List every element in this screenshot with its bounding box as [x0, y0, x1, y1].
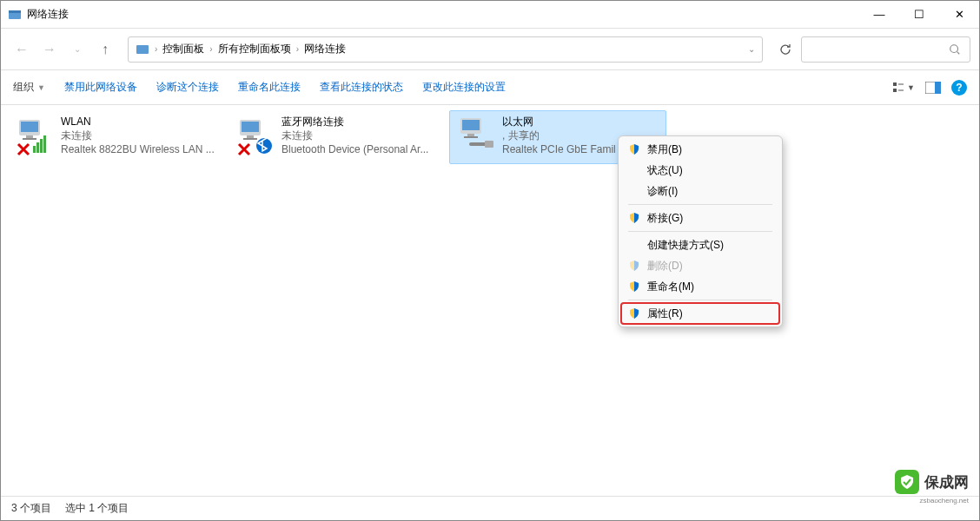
svg-rect-13	[26, 135, 33, 138]
svg-rect-28	[485, 141, 493, 148]
location-icon	[136, 43, 149, 56]
watermark-name: 保成网	[924, 472, 969, 492]
organize-menu[interactable]: 组织 ▼	[13, 80, 45, 95]
toolbar: 组织 ▼ 禁用此网络设备 诊断这个连接 重命名此连接 查看此连接的状态 更改此连…	[1, 70, 979, 105]
cm-status[interactable]: 状态(U)	[621, 160, 779, 181]
svg-rect-25	[462, 120, 480, 130]
connection-item-bluetooth[interactable]: 蓝牙网络连接 未连接 Bluetooth Device (Personal Ar…	[228, 110, 446, 164]
connection-name: 蓝牙网络连接	[281, 115, 428, 129]
help-button[interactable]: ?	[951, 80, 967, 96]
addressbar-dropdown-icon[interactable]: ⌄	[748, 44, 755, 54]
svg-rect-16	[36, 142, 39, 153]
cm-bridge[interactable]: 桥接(G)	[621, 208, 779, 228]
svg-rect-5	[893, 82, 897, 86]
svg-rect-12	[21, 122, 38, 132]
breadcrumb-item[interactable]: 控制面板	[162, 42, 204, 56]
cm-diagnose[interactable]: 诊断(I)	[621, 181, 779, 201]
window-controls: — ☐ ✕	[859, 1, 979, 29]
navbar: ← → ⌄ ↑ › 控制面板 › 所有控制面板项 › 网络连接 ⌄	[1, 29, 979, 70]
cm-separator	[628, 231, 772, 232]
titlebar: 网络连接 — ☐ ✕	[1, 1, 979, 29]
svg-rect-2	[136, 45, 149, 54]
item-count: 3 个项目	[11, 501, 51, 516]
refresh-button[interactable]	[773, 37, 798, 62]
recent-dropdown[interactable]: ⌄	[65, 37, 89, 62]
statusbar: 3 个项目 选中 1 个项目	[1, 496, 979, 520]
diagnose-button[interactable]: 诊断这个连接	[156, 80, 219, 95]
svg-point-3	[950, 44, 958, 52]
connection-device: Bluetooth Device (Personal Ar...	[281, 142, 428, 156]
up-button[interactable]: ↑	[93, 37, 117, 62]
close-button[interactable]: ✕	[939, 1, 979, 29]
svg-rect-27	[464, 136, 478, 138]
connection-name: WLAN	[61, 115, 215, 129]
window-title: 网络连接	[27, 7, 859, 22]
svg-rect-22	[243, 138, 257, 140]
search-icon	[949, 43, 961, 56]
svg-rect-6	[893, 89, 897, 92]
svg-rect-26	[467, 134, 474, 136]
cm-properties[interactable]: 属性(R)	[621, 303, 779, 324]
content-area: WLAN 未连接 Realtek 8822BU Wireless LAN ...…	[1, 105, 979, 496]
cm-separator	[628, 204, 772, 205]
shield-icon	[628, 143, 640, 155]
svg-line-4	[957, 51, 960, 54]
connection-item-wlan[interactable]: WLAN 未连接 Realtek 8822BU Wireless LAN ...	[8, 110, 225, 164]
connection-device: Realtek 8822BU Wireless LAN ...	[61, 142, 215, 156]
breadcrumb-item[interactable]: 网络连接	[304, 42, 346, 56]
connection-device: Realtek PCIe GbE Famil	[502, 142, 616, 156]
preview-pane-button[interactable]	[925, 82, 941, 94]
cm-disable[interactable]: 禁用(B)	[621, 139, 779, 160]
svg-rect-21	[247, 135, 254, 138]
window-icon	[8, 8, 22, 22]
connection-status: 未连接	[61, 129, 215, 142]
cm-delete: 删除(D)	[621, 255, 779, 276]
rename-button[interactable]: 重命名此连接	[238, 80, 301, 95]
forward-button[interactable]: →	[37, 37, 62, 62]
cm-shortcut[interactable]: 创建快捷方式(S)	[621, 234, 779, 255]
view-options-button[interactable]: ▼	[891, 81, 915, 95]
svg-rect-10	[935, 82, 941, 94]
maximize-button[interactable]: ☐	[899, 1, 939, 29]
svg-rect-18	[43, 135, 46, 153]
connection-status: 未连接	[281, 129, 428, 142]
status-button[interactable]: 查看此连接的状态	[320, 80, 403, 95]
searchbox[interactable]	[801, 36, 970, 63]
svg-point-23	[256, 138, 272, 154]
shield-icon	[628, 307, 640, 320]
shield-icon	[628, 280, 640, 293]
ethernet-icon	[455, 115, 497, 156]
shield-icon	[628, 260, 640, 272]
change-settings-button[interactable]: 更改此连接的设置	[422, 80, 506, 95]
disable-device-button[interactable]: 禁用此网络设备	[64, 80, 137, 95]
selected-count: 选中 1 个项目	[65, 501, 129, 516]
addressbar[interactable]: › 控制面板 › 所有控制面板项 › 网络连接 ⌄	[128, 36, 763, 63]
cm-rename[interactable]: 重命名(M)	[621, 276, 779, 297]
cm-separator	[628, 300, 772, 300]
svg-rect-20	[242, 122, 259, 132]
svg-rect-17	[40, 139, 43, 153]
minimize-button[interactable]: —	[859, 1, 899, 29]
watermark-sub: zsbaocheng.net	[920, 497, 970, 505]
svg-rect-14	[23, 138, 36, 140]
bluetooth-icon	[235, 115, 276, 156]
shield-icon	[628, 212, 640, 224]
context-menu: 禁用(B) 状态(U) 诊断(I) 桥接(G) 创建快捷方式(S) 删除(D) …	[618, 135, 783, 327]
back-button[interactable]: ←	[10, 37, 34, 62]
connection-name: 以太网	[502, 115, 616, 129]
svg-rect-1	[9, 10, 21, 13]
watermark: 保成网	[895, 470, 969, 494]
wlan-icon	[14, 115, 56, 156]
connection-status: , 共享的	[502, 129, 616, 142]
watermark-logo-icon	[895, 470, 919, 494]
breadcrumb-item[interactable]: 所有控制面板项	[218, 42, 291, 56]
svg-rect-15	[33, 146, 36, 153]
